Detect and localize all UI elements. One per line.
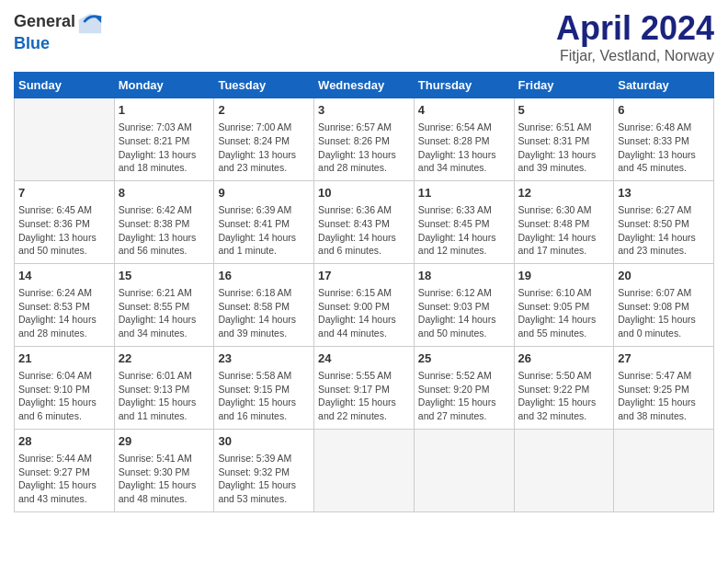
day-number: 11 [418,185,510,201]
day-number: 3 [318,102,410,119]
day-info: Sunrise: 6:42 AM Sunset: 8:38 PM Dayligh… [119,203,210,258]
calendar-cell: 9Sunrise: 6:39 AM Sunset: 8:41 PM Daylig… [214,180,314,263]
calendar-cell: 26Sunrise: 5:50 AM Sunset: 9:22 PM Dayli… [514,346,614,429]
calendar-cell: 21Sunrise: 6:04 AM Sunset: 9:10 PM Dayli… [15,346,115,429]
day-info: Sunrise: 6:07 AM Sunset: 9:08 PM Dayligh… [618,286,710,340]
day-info: Sunrise: 5:39 AM Sunset: 9:32 PM Dayligh… [218,452,310,506]
day-number: 16 [218,268,310,284]
day-number: 5 [518,102,610,119]
calendar-cell [514,429,614,511]
day-number: 17 [318,268,410,284]
calendar-cell: 22Sunrise: 6:01 AM Sunset: 9:13 PM Dayli… [114,346,214,429]
day-info: Sunrise: 6:15 AM Sunset: 9:00 PM Dayligh… [318,286,410,340]
day-info: Sunrise: 6:33 AM Sunset: 8:45 PM Dayligh… [418,203,510,258]
calendar-cell: 29Sunrise: 5:41 AM Sunset: 9:30 PM Dayli… [114,429,214,511]
day-number: 1 [119,102,210,119]
day-number: 27 [618,350,710,367]
calendar-cell: 4Sunrise: 6:54 AM Sunset: 8:28 PM Daylig… [414,98,514,181]
day-number: 10 [318,185,410,201]
calendar-cell: 27Sunrise: 5:47 AM Sunset: 9:25 PM Dayli… [614,346,714,429]
location-title: Fitjar, Vestland, Norway [556,48,714,64]
day-info: Sunrise: 6:04 AM Sunset: 9:10 PM Dayligh… [18,369,110,423]
weekday-header-sunday: Sunday [15,73,115,98]
weekday-header-thursday: Thursday [414,73,514,98]
day-info: Sunrise: 7:00 AM Sunset: 8:24 PM Dayligh… [218,121,310,175]
calendar-cell: 7Sunrise: 6:45 AM Sunset: 8:36 PM Daylig… [15,180,115,263]
day-number: 21 [18,350,110,367]
day-info: Sunrise: 6:27 AM Sunset: 8:50 PM Dayligh… [618,203,710,258]
weekday-header-wednesday: Wednesday [314,73,415,98]
calendar-cell: 16Sunrise: 6:18 AM Sunset: 8:58 PM Dayli… [214,263,314,346]
day-info: Sunrise: 6:39 AM Sunset: 8:41 PM Dayligh… [218,203,310,258]
calendar-week-row: 14Sunrise: 6:24 AM Sunset: 8:53 PM Dayli… [15,263,714,346]
day-number: 8 [119,185,210,201]
day-number: 26 [518,350,610,367]
calendar-cell: 30Sunrise: 5:39 AM Sunset: 9:32 PM Dayli… [214,429,314,511]
weekday-header-saturday: Saturday [614,73,714,98]
day-number: 30 [218,433,310,450]
day-info: Sunrise: 6:18 AM Sunset: 8:58 PM Dayligh… [218,286,310,340]
day-number: 9 [218,185,310,201]
calendar-cell: 11Sunrise: 6:33 AM Sunset: 8:45 PM Dayli… [414,180,514,263]
calendar-cell: 25Sunrise: 5:52 AM Sunset: 9:20 PM Dayli… [414,346,514,429]
calendar-cell: 2Sunrise: 7:00 AM Sunset: 8:24 PM Daylig… [214,98,314,181]
day-info: Sunrise: 6:12 AM Sunset: 9:03 PM Dayligh… [418,286,510,340]
calendar-cell: 14Sunrise: 6:24 AM Sunset: 8:53 PM Dayli… [15,263,115,346]
logo-general-text: General [14,13,75,31]
calendar-cell [614,429,714,511]
calendar-table: SundayMondayTuesdayWednesdayThursdayFrid… [14,72,714,512]
day-number: 23 [218,350,310,367]
day-info: Sunrise: 6:10 AM Sunset: 9:05 PM Dayligh… [518,286,610,340]
day-number: 15 [119,268,210,284]
calendar-cell: 5Sunrise: 6:51 AM Sunset: 8:31 PM Daylig… [514,98,614,181]
day-number: 4 [418,102,510,119]
day-info: Sunrise: 6:54 AM Sunset: 8:28 PM Dayligh… [418,121,510,175]
calendar-week-row: 21Sunrise: 6:04 AM Sunset: 9:10 PM Dayli… [15,346,714,429]
calendar-header: SundayMondayTuesdayWednesdayThursdayFrid… [15,73,714,98]
day-number: 12 [518,185,610,201]
month-title: April 2024 [556,9,714,48]
day-info: Sunrise: 6:45 AM Sunset: 8:36 PM Dayligh… [18,203,110,258]
calendar-cell: 13Sunrise: 6:27 AM Sunset: 8:50 PM Dayli… [614,180,714,263]
day-number: 18 [418,268,510,284]
day-info: Sunrise: 6:57 AM Sunset: 8:26 PM Dayligh… [318,121,410,175]
calendar-cell: 6Sunrise: 6:48 AM Sunset: 8:33 PM Daylig… [614,98,714,181]
logo-blue-text: Blue [14,35,103,53]
day-number: 2 [218,102,310,119]
calendar-week-row: 7Sunrise: 6:45 AM Sunset: 8:36 PM Daylig… [15,180,714,263]
calendar-cell: 12Sunrise: 6:30 AM Sunset: 8:48 PM Dayli… [514,180,614,263]
calendar-cell [15,98,115,181]
calendar-body: 1Sunrise: 7:03 AM Sunset: 8:21 PM Daylig… [15,98,714,512]
page-header: General Blue April 2024 Fitjar, Vestland… [14,9,714,64]
day-info: Sunrise: 7:03 AM Sunset: 8:21 PM Dayligh… [119,121,210,175]
weekday-header-row: SundayMondayTuesdayWednesdayThursdayFrid… [15,73,714,98]
day-info: Sunrise: 6:01 AM Sunset: 9:13 PM Dayligh… [119,369,210,423]
calendar-cell: 3Sunrise: 6:57 AM Sunset: 8:26 PM Daylig… [314,98,415,181]
day-info: Sunrise: 6:36 AM Sunset: 8:43 PM Dayligh… [318,203,410,258]
day-info: Sunrise: 5:55 AM Sunset: 9:17 PM Dayligh… [318,369,410,423]
day-info: Sunrise: 5:58 AM Sunset: 9:15 PM Dayligh… [218,369,310,423]
logo: General Blue [14,9,103,53]
calendar-week-row: 28Sunrise: 5:44 AM Sunset: 9:27 PM Dayli… [15,429,714,511]
title-block: April 2024 Fitjar, Vestland, Norway [556,9,714,64]
day-number: 22 [119,350,210,367]
day-info: Sunrise: 6:24 AM Sunset: 8:53 PM Dayligh… [18,286,110,340]
day-info: Sunrise: 6:48 AM Sunset: 8:33 PM Dayligh… [618,121,710,175]
day-info: Sunrise: 6:30 AM Sunset: 8:48 PM Dayligh… [518,203,610,258]
day-number: 28 [18,433,110,450]
day-info: Sunrise: 5:52 AM Sunset: 9:20 PM Dayligh… [418,369,510,423]
day-number: 29 [119,433,210,450]
day-number: 7 [18,185,110,201]
weekday-header-tuesday: Tuesday [214,73,314,98]
day-number: 14 [18,268,110,284]
day-number: 24 [318,350,410,367]
calendar-cell: 28Sunrise: 5:44 AM Sunset: 9:27 PM Dayli… [15,429,115,511]
day-number: 19 [518,268,610,284]
day-info: Sunrise: 5:44 AM Sunset: 9:27 PM Dayligh… [18,452,110,506]
weekday-header-friday: Friday [514,73,614,98]
day-info: Sunrise: 5:41 AM Sunset: 9:30 PM Dayligh… [119,452,210,506]
calendar-cell [314,429,415,511]
day-number: 20 [618,268,710,284]
calendar-cell: 15Sunrise: 6:21 AM Sunset: 8:55 PM Dayli… [114,263,214,346]
day-number: 25 [418,350,510,367]
